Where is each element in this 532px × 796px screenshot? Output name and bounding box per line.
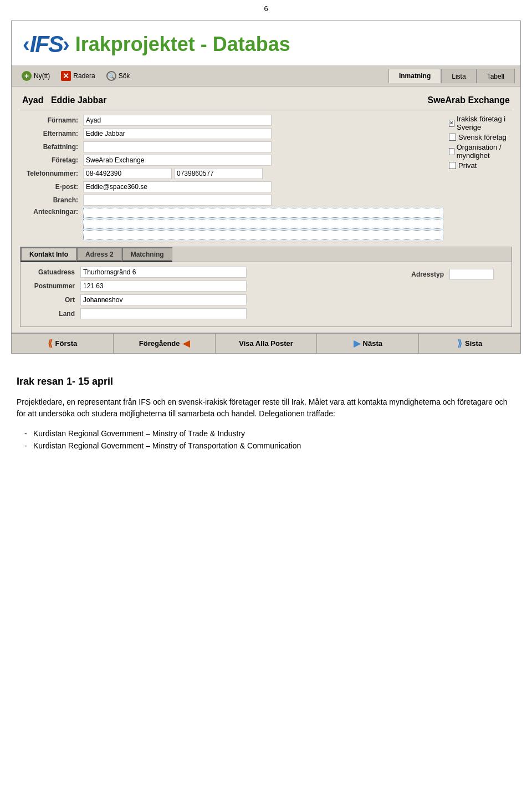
visa-alla-button[interactable]: Visa Alla Poster [216,334,318,353]
epost-input[interactable] [83,181,272,192]
ort-input[interactable] [80,294,247,305]
nasta-label: Nästa [363,339,382,348]
toolbar-left: + Ny(tt) ✕ Radera 🔍 Sök [17,69,388,83]
nav-buttons: ⟪ Första Föregående ◀ Visa Alla Poster ▶… [12,333,520,353]
fornamn-label: Förnamn: [20,116,81,124]
branch-row: Branch: [20,195,443,206]
fornamn-row: Förnamn: [20,115,443,126]
delete-button-label: Radera [73,72,95,80]
form-area: Ayad Eddie Jabbar SweArab Exchange Förna… [12,86,520,333]
telefon-input2[interactable] [174,168,263,179]
efternamn-label: Efternamn: [20,130,81,137]
sub-tab-adress2[interactable]: Adress 2 [76,247,122,262]
foretag-row: Företag: [20,155,443,166]
form-main: Förnamn: Efternamn: Befattning: Företag: [20,115,512,242]
ort-row: Ort [27,294,247,305]
tab-tabell[interactable]: Tabell [477,69,515,83]
checkbox-organisation-box[interactable] [449,148,454,155]
land-row: Land [27,308,247,319]
checkbox-irakisk-box[interactable] [449,120,454,127]
delete-button[interactable]: ✕ Radera [57,69,99,83]
search-button-label: Sök [119,72,130,80]
anteckningar-line3[interactable] [83,230,443,240]
logo-chevron-right-icon: › [63,33,70,57]
forsta-label: Första [55,339,78,348]
text-heading: Irak resan 1- 15 april [17,376,515,387]
tab-inmatning[interactable]: Inmatning [388,69,441,83]
checkbox-irakisk-label: Irakisk företag i Sverige [457,115,512,131]
delete-icon: ✕ [61,71,71,81]
epost-label: E-post: [20,183,81,191]
main-tabs: Inmatning Lista Tabell [388,69,515,83]
sub-tabs-header: Kontakt Info Adress 2 Matchning [21,247,511,262]
gatuadress-row: Gatuadress [27,267,247,278]
anteckningar-lines [83,208,443,240]
record-company: SweArab Exchange [428,95,510,105]
sub-tab-matchning[interactable]: Matchning [122,247,172,262]
anteckningar-line2[interactable] [83,219,443,229]
app-header: ‹ IFS › Irakprojektet - Databas [12,21,520,66]
checkbox-irakisk: Irakisk företag i Sverige [449,115,512,131]
sista-icon: ⟫ [457,338,462,349]
postnummer-row: Postnummer [27,280,247,292]
sista-button[interactable]: ⟫ Sista [419,334,520,353]
land-input[interactable] [80,308,247,319]
branch-label: Branch: [20,196,81,204]
new-icon: + [22,71,32,81]
adresstyp-input[interactable] [449,269,494,280]
search-button[interactable]: 🔍 Sök [102,69,135,83]
foregaende-icon: ◀ [183,338,190,349]
list-item-1: Kurdistan Regional Government – Minstry … [17,427,515,440]
logo-ifs-text: IFS [30,31,63,58]
telefon-label: Telefonnummer: [20,170,81,177]
forsta-button[interactable]: ⟪ Första [12,334,114,353]
text-content: Irak resan 1- 15 april Projektledare, en… [0,359,532,463]
checkbox-privat: Privat [449,161,512,170]
befattning-row: Befattning: [20,141,443,152]
search-icon: 🔍 [106,71,116,81]
telefon-input1[interactable] [83,168,172,179]
checkbox-organisation: Organisation / myndighet [449,143,512,160]
form-fields-left: Förnamn: Efternamn: Befattning: Företag: [20,115,443,242]
anteckningar-row: Anteckningar: [20,208,443,240]
visa-alla-label: Visa Alla Poster [239,339,293,348]
foretag-label: Företag: [20,156,81,164]
adresstyp-label: Adresstyp [411,271,446,278]
record-header: Ayad Eddie Jabbar SweArab Exchange [20,92,512,110]
land-label: Land [27,310,77,318]
adresstyp-group: Adresstyp [411,269,494,280]
sub-tab-content: Gatuadress Postnummer Ort Land [21,262,511,326]
anteckningar-label: Anteckningar: [20,208,81,216]
fornamn-input[interactable] [83,115,272,126]
text-paragraph1: Projektledare, en representant från IFS … [17,396,515,420]
checkbox-svensk: Svensk företag [449,133,512,141]
checkbox-svensk-box[interactable] [449,134,456,141]
new-button[interactable]: + Ny(tt) [17,69,54,83]
form-checkboxes-right: Irakisk företag i Sverige Svensk företag… [449,115,512,242]
foretag-input[interactable] [83,155,272,166]
nasta-icon: ▶ [354,338,360,349]
list-item-2: Kurdistan Regional Government – Minstry … [17,440,515,452]
checkbox-privat-label: Privat [458,161,477,170]
foregaende-button[interactable]: Föregående ◀ [114,334,216,353]
efternamn-input[interactable] [83,128,272,139]
address-fields-left: Gatuadress Postnummer Ort Land [27,267,247,322]
anteckningar-line1[interactable] [83,208,443,218]
checkbox-organisation-label: Organisation / myndighet [457,143,512,160]
gatuadress-input[interactable] [80,267,247,278]
nasta-button[interactable]: ▶ Nästa [317,334,419,353]
branch-input[interactable] [83,195,272,206]
sub-tab-kontakt[interactable]: Kontakt Info [21,247,76,262]
app-container: ‹ IFS › Irakprojektet - Databas + Ny(tt)… [11,21,521,354]
logo-area: ‹ IFS › Irakprojektet - Databas [23,31,509,58]
checkbox-privat-box[interactable] [449,162,456,169]
postnummer-label: Postnummer [27,282,77,290]
tab-lista[interactable]: Lista [441,69,476,83]
postnummer-input[interactable] [80,280,247,292]
befattning-input[interactable] [83,141,272,152]
logo-chevron-left-icon: ‹ [23,33,30,57]
new-button-label: Ny(tt) [34,72,50,80]
record-fullname: Ayad Eddie Jabbar [22,95,106,105]
sista-label: Sista [465,339,482,348]
page-number: 6 [0,0,532,15]
